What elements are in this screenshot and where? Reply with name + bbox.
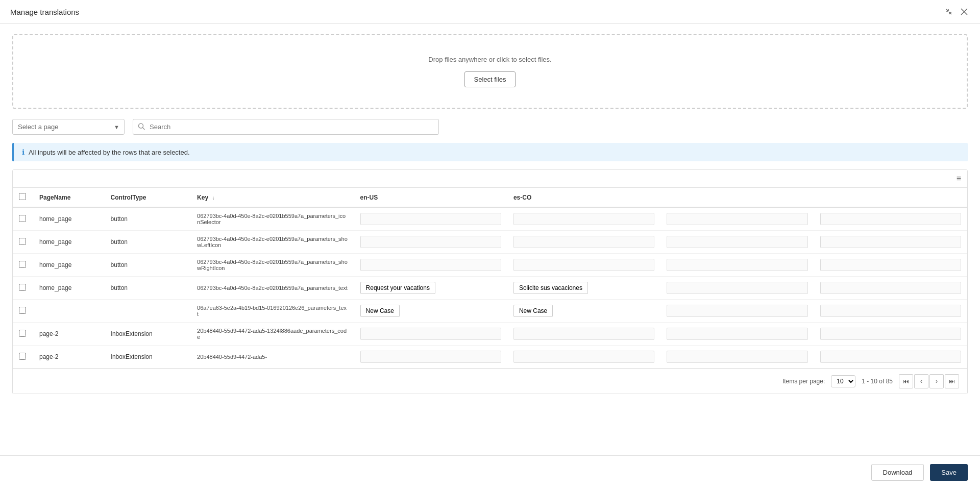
en-us-value-button[interactable]: Request your vacations <box>360 282 435 294</box>
items-per-page-select[interactable]: 10 5 25 50 <box>831 375 855 387</box>
col6-input[interactable] <box>667 236 807 248</box>
row-es-co <box>507 323 660 346</box>
row-key: 062793bc-4a0d-450e-8a2c-e0201b559a7a_par… <box>191 254 354 277</box>
col6-input[interactable] <box>667 213 807 225</box>
row-en-us <box>354 231 507 254</box>
en-us-input[interactable] <box>360 236 501 248</box>
control-type-header: ControlType <box>105 188 191 207</box>
minimize-button[interactable] <box>943 6 954 17</box>
col7-input[interactable] <box>820 305 961 317</box>
col7-input[interactable] <box>820 236 961 248</box>
row-control-type: button <box>105 231 191 254</box>
download-button[interactable]: Download <box>871 464 924 481</box>
es-co-input[interactable] <box>513 351 654 363</box>
col6-input[interactable] <box>667 351 807 363</box>
row-control-type: button <box>105 277 191 300</box>
row-page-name: home_page <box>33 207 105 231</box>
row-key: 06a7ea63-5e2a-4b19-bd15-016920126e26_par… <box>191 300 354 323</box>
info-icon: ℹ <box>22 148 24 156</box>
col6-input[interactable] <box>667 305 807 317</box>
row-page-name: home_page <box>33 231 105 254</box>
col7-input[interactable] <box>820 213 961 225</box>
col6-input[interactable] <box>667 259 807 271</box>
row-es-co <box>507 254 660 277</box>
row-en-us <box>354 346 507 369</box>
row-control-type <box>105 300 191 323</box>
col6-header <box>660 188 814 207</box>
pagination-range: 1 - 10 of 85 <box>862 378 893 385</box>
row-es-co: New Case <box>507 300 660 323</box>
en-us-input[interactable] <box>360 259 501 271</box>
prev-page-button[interactable]: ‹ <box>914 374 928 388</box>
row-checkbox[interactable] <box>19 307 26 314</box>
last-page-button[interactable]: ⏭ <box>945 374 959 388</box>
table-menu-icon[interactable]: ≡ <box>957 174 961 183</box>
es-co-input[interactable] <box>513 213 654 225</box>
row-es-co: Solicite sus vacaciones <box>507 277 660 300</box>
table-row: 06a7ea63-5e2a-4b19-bd15-016920126e26_par… <box>13 300 967 323</box>
select-all-header <box>13 188 33 207</box>
modal-body: Drop files anywhere or click to select f… <box>0 24 980 455</box>
es-co-header: es-CO <box>507 188 660 207</box>
es-co-input[interactable] <box>513 259 654 271</box>
en-us-input[interactable] <box>360 328 501 340</box>
en-us-value-button[interactable]: New Case <box>360 305 400 317</box>
col6-input[interactable] <box>667 328 807 340</box>
en-us-input[interactable] <box>360 351 501 363</box>
dropzone[interactable]: Drop files anywhere or click to select f… <box>12 34 968 109</box>
col7-input[interactable] <box>820 351 961 363</box>
row-page-name: home_page <box>33 254 105 277</box>
row-es-co <box>507 231 660 254</box>
table-row: home_pagebutton062793bc-4a0d-450e-8a2c-e… <box>13 277 967 300</box>
next-page-button[interactable]: › <box>929 374 944 388</box>
select-all-checkbox[interactable] <box>19 193 26 200</box>
modal-header: Manage translations <box>0 0 980 24</box>
row-es-co <box>507 207 660 231</box>
select-files-button[interactable]: Select files <box>464 71 516 87</box>
table-row: home_pagebutton062793bc-4a0d-450e-8a2c-e… <box>13 207 967 231</box>
first-page-button[interactable]: ⏮ <box>899 374 913 388</box>
col7-input[interactable] <box>820 259 961 271</box>
col7-input[interactable] <box>820 282 961 294</box>
save-button[interactable]: Save <box>930 464 968 481</box>
row-checkbox[interactable] <box>19 215 26 222</box>
page-name-header: PageName <box>33 188 105 207</box>
row-checkbox[interactable] <box>19 284 26 291</box>
items-per-page-label: Items per page: <box>782 378 825 385</box>
es-co-value-button[interactable]: New Case <box>513 305 553 317</box>
row-checkbox[interactable] <box>19 330 26 337</box>
search-input[interactable] <box>133 119 439 135</box>
row-es-co <box>507 346 660 369</box>
search-icon <box>138 123 145 131</box>
page-select-wrapper: Select a page home_pagepage-2page-3 ▼ <box>12 119 125 135</box>
row-key: 20b48440-55d9-4472-ada5- <box>191 346 354 369</box>
row-checkbox[interactable] <box>19 353 26 360</box>
close-button[interactable] <box>959 6 970 17</box>
col7-input[interactable] <box>820 328 961 340</box>
row-en-us <box>354 207 507 231</box>
es-co-input[interactable] <box>513 236 654 248</box>
row-key: 062793bc-4a0d-450e-8a2c-e0201b559a7a_par… <box>191 231 354 254</box>
key-header[interactable]: Key ↓ <box>191 188 354 207</box>
row-page-name <box>33 300 105 323</box>
pagination-buttons: ⏮ ‹ › ⏭ <box>899 374 959 388</box>
en-us-input[interactable] <box>360 213 501 225</box>
row-control-type: button <box>105 207 191 231</box>
row-control-type: button <box>105 254 191 277</box>
row-checkbox[interactable] <box>19 261 26 268</box>
es-co-value-button[interactable]: Solicite sus vacaciones <box>513 282 588 294</box>
row-en-us <box>354 323 507 346</box>
row-control-type: InboxExtension <box>105 323 191 346</box>
row-checkbox[interactable] <box>19 238 26 245</box>
page-select[interactable]: Select a page home_pagepage-2page-3 <box>12 119 125 135</box>
modal-header-actions <box>943 6 970 17</box>
table-row: home_pagebutton062793bc-4a0d-450e-8a2c-e… <box>13 231 967 254</box>
table-toolbar: ≡ <box>13 170 967 188</box>
sort-icon: ↓ <box>212 195 214 201</box>
translations-table: PageName ControlType Key ↓ en-US <box>13 188 967 369</box>
table-footer: Items per page: 10 5 25 50 1 - 10 of 85 … <box>13 369 967 394</box>
modal-title: Manage translations <box>10 8 79 16</box>
es-co-input[interactable] <box>513 328 654 340</box>
row-page-name: page-2 <box>33 346 105 369</box>
col6-input[interactable] <box>667 282 807 294</box>
